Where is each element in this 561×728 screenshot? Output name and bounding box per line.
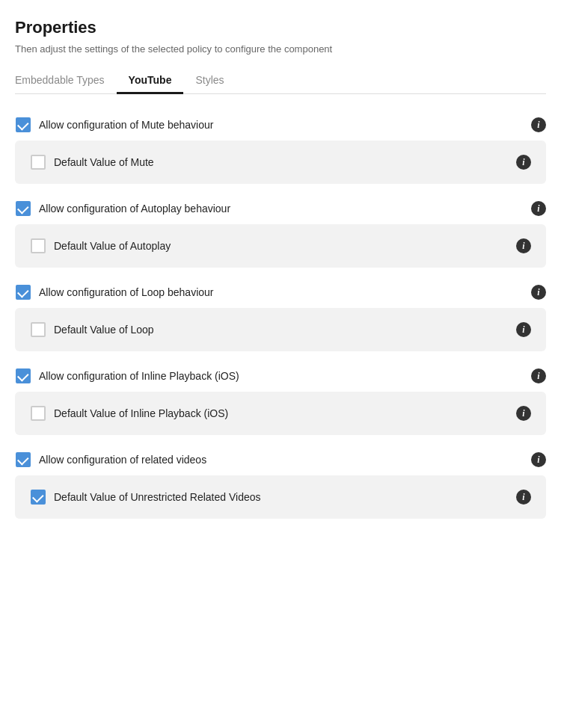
info-icon-related-videos[interactable]: i xyxy=(531,452,546,467)
sub-checkbox-related-videos[interactable] xyxy=(30,489,46,505)
sub-label-related-videos: Default Value of Unrestricted Related Vi… xyxy=(54,491,509,503)
sub-setting-row-loop-behaviour: Default Value of Loopi xyxy=(30,320,531,339)
tab-embeddable-types[interactable]: Embeddable Types xyxy=(15,68,117,94)
sub-label-autoplay-behaviour: Default Value of Autoplay xyxy=(54,240,509,252)
page-title: Properties xyxy=(15,18,546,37)
setting-label-loop-behaviour: Allow configuration of Loop behaviour xyxy=(39,286,524,298)
main-setting-row-mute-behaviour: Allow configuration of Mute behaviouri xyxy=(15,109,546,141)
info-icon-autoplay-behaviour[interactable]: i xyxy=(531,201,546,216)
main-setting-row-inline-playback-ios: Allow configuration of Inline Playback (… xyxy=(15,360,546,392)
sub-info-icon-related-videos[interactable]: i xyxy=(516,490,531,505)
tab-styles[interactable]: Styles xyxy=(183,68,236,94)
sub-label-loop-behaviour: Default Value of Loop xyxy=(54,324,509,336)
sub-checkbox-inner-related-videos[interactable] xyxy=(31,490,46,505)
sub-panel-inline-playback-ios: Default Value of Inline Playback (iOS)i xyxy=(15,392,546,435)
sub-checkbox-autoplay-behaviour[interactable] xyxy=(30,238,46,254)
setting-label-related-videos: Allow configuration of related videos xyxy=(39,454,524,466)
checkbox-loop-behaviour[interactable] xyxy=(15,284,31,300)
sub-checkbox-inner-mute-behaviour[interactable] xyxy=(31,155,46,170)
sub-checkbox-inner-loop-behaviour[interactable] xyxy=(31,322,46,337)
sub-setting-row-autoplay-behaviour: Default Value of Autoplayi xyxy=(30,236,531,256)
sub-checkbox-inner-inline-playback-ios[interactable] xyxy=(31,406,46,421)
page-subtitle: Then adjust the settings of the selected… xyxy=(15,43,546,55)
checkbox-inner-autoplay-behaviour[interactable] xyxy=(16,201,31,216)
sub-info-icon-inline-playback-ios[interactable]: i xyxy=(516,406,531,421)
sub-checkbox-inline-playback-ios[interactable] xyxy=(30,405,46,422)
sub-setting-row-related-videos: Default Value of Unrestricted Related Vi… xyxy=(30,487,531,507)
checkbox-mute-behaviour[interactable] xyxy=(15,117,31,133)
checkbox-related-videos[interactable] xyxy=(15,451,31,468)
sub-label-mute-behaviour: Default Value of Mute xyxy=(54,156,509,168)
sub-panel-related-videos: Default Value of Unrestricted Related Vi… xyxy=(15,475,546,519)
main-setting-row-loop-behaviour: Allow configuration of Loop behaviouri xyxy=(15,277,546,308)
sub-label-inline-playback-ios: Default Value of Inline Playback (iOS) xyxy=(54,407,509,419)
info-icon-mute-behaviour[interactable]: i xyxy=(531,117,546,132)
checkbox-inner-inline-playback-ios[interactable] xyxy=(16,368,31,383)
sub-checkbox-mute-behaviour[interactable] xyxy=(30,154,46,170)
checkbox-autoplay-behaviour[interactable] xyxy=(15,200,31,217)
info-icon-inline-playback-ios[interactable]: i xyxy=(531,368,546,383)
sub-info-icon-autoplay-behaviour[interactable]: i xyxy=(516,238,531,253)
checkbox-inner-mute-behaviour[interactable] xyxy=(16,117,31,132)
settings-container: Allow configuration of Mute behaviouriDe… xyxy=(15,109,546,519)
sub-panel-loop-behaviour: Default Value of Loopi xyxy=(15,308,546,351)
info-icon-loop-behaviour[interactable]: i xyxy=(531,285,546,300)
main-setting-row-autoplay-behaviour: Allow configuration of Autoplay behaviou… xyxy=(15,193,546,224)
sub-panel-mute-behaviour: Default Value of Mutei xyxy=(15,141,546,184)
setting-label-mute-behaviour: Allow configuration of Mute behaviour xyxy=(39,119,524,131)
sub-info-icon-mute-behaviour[interactable]: i xyxy=(516,155,531,170)
sub-panel-autoplay-behaviour: Default Value of Autoplayi xyxy=(15,224,546,268)
sub-checkbox-inner-autoplay-behaviour[interactable] xyxy=(31,238,46,253)
tabs-bar: Embeddable Types YouTube Styles xyxy=(15,68,546,94)
sub-checkbox-loop-behaviour[interactable] xyxy=(30,321,46,338)
setting-label-autoplay-behaviour: Allow configuration of Autoplay behaviou… xyxy=(39,203,524,215)
checkbox-inner-related-videos[interactable] xyxy=(16,452,31,467)
checkbox-inline-playback-ios[interactable] xyxy=(15,368,31,384)
sub-setting-row-mute-behaviour: Default Value of Mutei xyxy=(30,152,531,172)
sub-info-icon-loop-behaviour[interactable]: i xyxy=(516,322,531,337)
setting-label-inline-playback-ios: Allow configuration of Inline Playback (… xyxy=(39,370,524,382)
tab-youtube[interactable]: YouTube xyxy=(117,68,184,94)
checkbox-inner-loop-behaviour[interactable] xyxy=(16,285,31,300)
main-setting-row-related-videos: Allow configuration of related videosi xyxy=(15,444,546,475)
sub-setting-row-inline-playback-ios: Default Value of Inline Playback (iOS)i xyxy=(30,404,531,423)
